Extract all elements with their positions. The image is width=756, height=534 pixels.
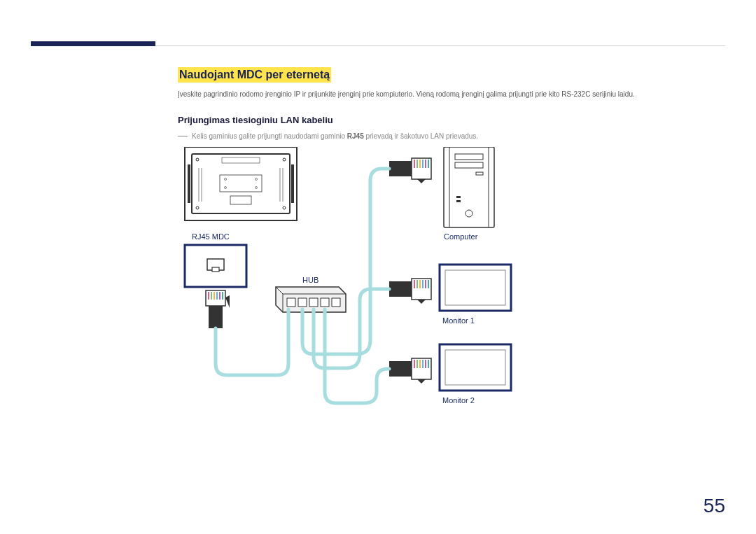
svg-rect-34 [298, 298, 307, 307]
label-hub: HUB [302, 276, 318, 284]
monitor1-icon [440, 265, 511, 311]
note-dash-icon: ― [178, 129, 188, 141]
svg-rect-46 [456, 200, 461, 202]
page-number: 55 [704, 495, 725, 517]
note-suffix: prievadą ir šakotuvo LAN prievadus. [364, 132, 478, 140]
svg-rect-3 [291, 164, 294, 203]
label-computer: Computer [444, 232, 477, 241]
label-monitor1: Monitor 1 [442, 316, 475, 325]
accent-bar [31, 41, 155, 46]
svg-rect-36 [321, 298, 329, 307]
svg-rect-38 [444, 147, 494, 227]
svg-rect-29 [209, 306, 223, 328]
rj45-connector-monitor1-icon [389, 279, 431, 304]
content-area: Naudojant MDC per eternetą Įveskite pagr… [178, 67, 725, 141]
svg-rect-21 [212, 267, 219, 272]
svg-rect-35 [309, 298, 318, 307]
svg-rect-33 [287, 298, 295, 307]
monitor-back-panel-icon [185, 147, 297, 220]
svg-rect-37 [332, 298, 340, 307]
rj45-connector-down-icon [206, 290, 230, 328]
note-row: ― Kelis gaminius galite prijungti naudod… [178, 129, 725, 141]
svg-rect-57 [389, 281, 412, 297]
svg-rect-66 [445, 350, 505, 385]
section-intro: Įveskite pagrindinio rodomo įrenginio IP… [178, 90, 725, 99]
note-bold: RJ45 [347, 132, 364, 140]
monitor2-icon [440, 344, 511, 391]
diagram-svg [178, 147, 528, 441]
svg-rect-56 [445, 270, 505, 305]
section-title: Naudojant MDC per eternetą [178, 67, 331, 83]
svg-rect-2 [188, 164, 190, 203]
subsection-title: Prijungimas tiesioginiu LAN kabeliu [178, 115, 725, 125]
note-text: Kelis gaminius galite prijungti naudodam… [192, 132, 478, 141]
label-monitor2: Monitor 2 [442, 396, 475, 405]
rj45-port-icon [185, 245, 246, 287]
label-rj45-mdc: RJ45 MDC [192, 232, 230, 241]
svg-rect-67 [389, 361, 412, 377]
svg-rect-45 [456, 196, 461, 198]
connection-diagram: RJ45 MDC HUB Computer Monitor 1 Monitor … [178, 147, 528, 441]
computer-tower-icon [444, 147, 494, 227]
rj45-connector-monitor2-icon [389, 358, 431, 384]
hub-device-icon [276, 287, 346, 312]
rj45-connector-computer-icon [389, 158, 431, 183]
svg-rect-47 [389, 161, 412, 176]
note-prefix: Kelis gaminius galite prijungti naudodam… [192, 132, 347, 140]
